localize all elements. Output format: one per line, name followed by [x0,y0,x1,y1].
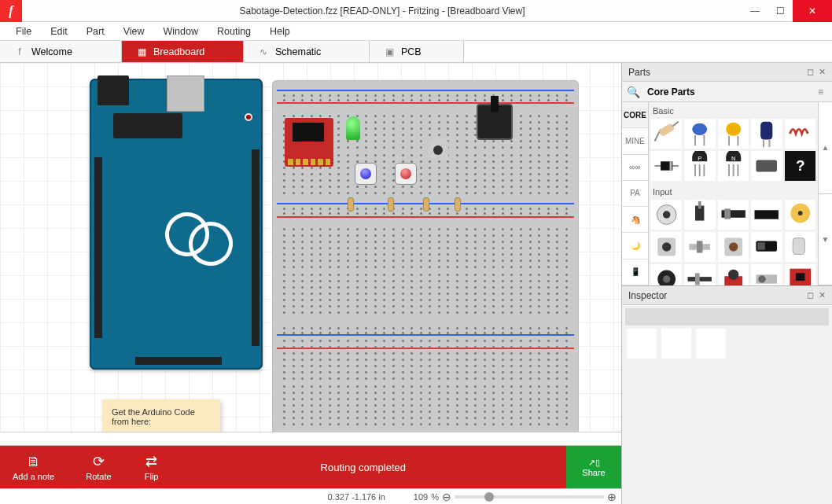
tab-schematic[interactable]: ∿Schematic [244,41,370,62]
part-toggle-switch[interactable] [684,200,715,230]
push-button[interactable] [428,140,448,160]
part-transistor-npn[interactable]: N [718,151,749,181]
svg-rect-1 [658,123,675,137]
part-rotary-pot[interactable] [651,264,682,285]
adxl335-accelerometer[interactable] [285,118,333,167]
sticky-note[interactable]: Get the Arduino Code from here: Sabotage… [102,399,220,432]
tab-breadboard[interactable]: ▦Breadboard [122,41,244,62]
part-smd-button[interactable] [684,232,715,262]
part-rocker-switch[interactable] [751,232,782,262]
undock-icon[interactable]: ◻ [807,290,814,300]
part-capacitor-tantalum[interactable] [718,119,749,149]
menu-view[interactable]: View [114,24,154,39]
cat-mine[interactable]: MINE [622,128,648,154]
red-led[interactable] [395,163,417,185]
zoom-out-button[interactable]: ⊖ [442,491,451,503]
menu-part[interactable]: Part [77,24,114,39]
part-capacitor-ceramic[interactable] [684,119,715,149]
parts-menu-icon[interactable]: ≡ [818,86,829,97]
part-rotary-encoder[interactable] [651,200,682,230]
inspector-breadboard-view [661,329,691,359]
window-title: Sabotage-Detection.fzz [READ-ONLY] - Fri… [22,6,742,17]
cat-parallax[interactable]: PA [622,181,648,207]
rotary-potentiometer[interactable] [477,104,513,140]
cat-other1[interactable]: 🐴 [622,207,648,233]
part-tilt-switch[interactable] [785,232,815,262]
share-button[interactable]: ↗▯Share [566,446,621,488]
inspector-panel-header[interactable]: Inspector ◻✕ [622,286,832,305]
part-capacitor-electrolytic[interactable] [751,119,782,149]
resistor[interactable] [423,193,429,216]
menu-routing[interactable]: Routing [208,24,260,39]
menu-edit[interactable]: Edit [41,24,77,39]
coordinates-readout: 0.327 -1.176 in [327,492,385,502]
tab-label: Schematic [275,46,321,57]
close-panel-icon[interactable]: ✕ [819,67,826,77]
canvas-horizontal-scrollbar[interactable] [0,432,621,446]
close-button[interactable]: ✕ [793,0,832,22]
blue-led[interactable] [355,163,377,185]
tab-welcome[interactable]: fWelcome [0,41,122,62]
resistor[interactable] [388,193,394,216]
parts-scroll[interactable]: Basic P N ? Input [649,102,818,285]
part-piezo[interactable] [785,200,815,230]
svg-rect-30 [724,208,731,219]
maximize-button[interactable]: ☐ [768,0,793,22]
part-slide-switch[interactable] [718,200,749,230]
arduino-uno-component[interactable] [90,79,263,370]
svg-point-6 [726,123,741,136]
svg-line-2 [672,122,679,127]
rotate-button[interactable]: ⟳Rotate [86,453,111,481]
cat-arduino[interactable]: ∞∞ [622,155,648,181]
undock-icon[interactable]: ◻ [807,67,814,77]
menu-file[interactable]: File [6,24,41,39]
resistor[interactable] [455,193,461,216]
part-slide-pot[interactable] [684,264,715,285]
part-inductor[interactable] [785,119,815,149]
view-tab-bar: fWelcome ▦Breadboard ∿Schematic ▣PCB [0,41,832,63]
parts-search-input[interactable] [646,84,813,100]
flip-button[interactable]: ⇄Flip [143,453,160,481]
scroll-up-icon[interactable]: ▲ [819,102,832,194]
svg-rect-52 [796,273,804,281]
schematic-icon: ∿ [258,46,269,57]
zoom-in-button[interactable]: ⊕ [607,491,617,503]
part-push-button-brown[interactable] [718,232,749,262]
part-joystick[interactable] [718,264,749,285]
part-dip-switch[interactable] [751,200,782,230]
add-note-button[interactable]: 🗎Add a note [13,453,54,481]
zoom-slider[interactable] [455,495,604,498]
sticky-text: Get the Arduino Code from here: [112,407,211,426]
svg-rect-46 [695,273,700,285]
svg-point-39 [729,242,738,251]
part-diode[interactable] [651,151,682,181]
app-icon: f [0,0,22,22]
part-stepper-knob[interactable] [751,264,782,285]
close-panel-icon[interactable]: ✕ [819,290,826,300]
cat-core[interactable]: CORE [622,102,648,128]
part-transistor-pnp[interactable]: P [684,151,715,181]
svg-text:N: N [731,155,735,162]
svg-rect-42 [793,238,804,255]
part-mystery[interactable]: ? [785,151,815,181]
action-bar: 🗎Add a note ⟳Rotate ⇄Flip Routing comple… [0,446,621,488]
minimize-button[interactable]: — [742,0,768,22]
cat-other2[interactable]: 🌙 [622,233,648,259]
tab-pcb[interactable]: ▣PCB [370,41,464,62]
search-icon[interactable]: 🔍 [625,84,641,100]
part-tactile-button[interactable] [651,232,682,262]
menu-window[interactable]: Window [154,24,208,39]
cat-other3[interactable]: 📱 [622,259,648,285]
part-accelerometer-board[interactable] [785,264,815,285]
menu-help[interactable]: Help [260,24,300,39]
svg-text:P: P [698,155,702,162]
resistor[interactable] [348,193,354,216]
breadboard-canvas[interactable]: fritzin [0,63,621,432]
part-resistor[interactable] [651,119,682,149]
parts-panel-header[interactable]: Parts ◻✕ [622,63,832,82]
menu-bar: File Edit Part View Window Routing Help [0,22,832,41]
scroll-down-icon[interactable]: ▼ [819,194,832,286]
green-led[interactable] [346,116,360,140]
svg-point-26 [663,211,671,219]
part-relay[interactable] [751,151,782,181]
